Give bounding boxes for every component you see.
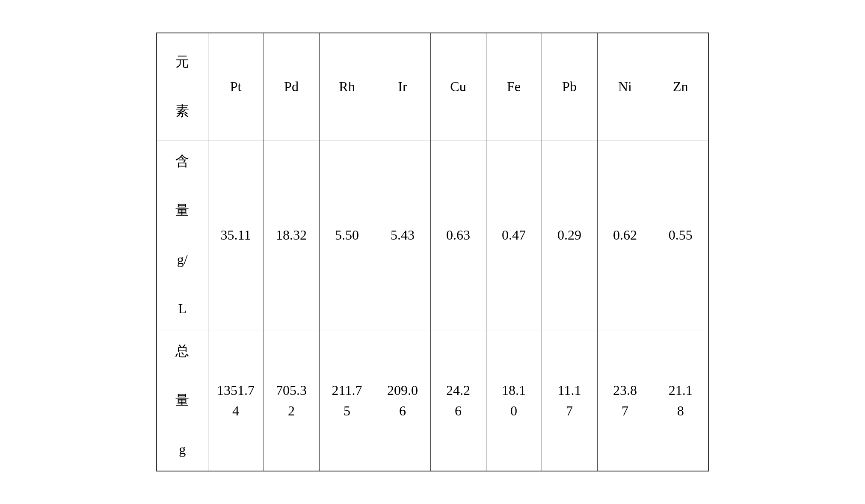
total-ni: 23.87 (597, 330, 653, 471)
header-cu: Cu (430, 33, 486, 140)
total-rh: 211.75 (319, 330, 375, 471)
content-cu: 0.63 (430, 140, 486, 330)
content-zn: 0.55 (653, 140, 708, 330)
content-fe: 0.47 (486, 140, 542, 330)
content-row: 含量g/L 35.11 18.32 5.50 5.43 0.63 0.47 0.… (157, 140, 708, 330)
total-row: 总量g 1351.74 705.32 211.75 209.06 24.26 1… (157, 330, 708, 471)
header-rh: Rh (319, 33, 375, 140)
total-pt: 1351.74 (208, 330, 264, 471)
header-pd: Pd (264, 33, 319, 140)
total-fe: 18.10 (486, 330, 542, 471)
data-table: 元素 Pt Pd Rh Ir Cu Fe Pb Ni Zn 含量g/L 35.1… (156, 33, 709, 471)
header-fe: Fe (486, 33, 542, 140)
content-ni: 0.62 (597, 140, 653, 330)
header-ni: Ni (597, 33, 653, 140)
total-zn: 21.18 (653, 330, 708, 471)
content-pb: 0.29 (542, 140, 597, 330)
header-pt: Pt (208, 33, 264, 140)
total-pb: 11.17 (542, 330, 597, 471)
content-pt: 35.11 (208, 140, 264, 330)
content-ir: 5.43 (375, 140, 430, 330)
header-row: 元素 Pt Pd Rh Ir Cu Fe Pb Ni Zn (157, 33, 708, 140)
content-label: 含量g/L (157, 140, 208, 330)
total-pd: 705.32 (264, 330, 319, 471)
header-ir: Ir (375, 33, 430, 140)
total-label: 总量g (157, 330, 208, 471)
header-zn: Zn (653, 33, 708, 140)
total-cu: 24.26 (430, 330, 486, 471)
header-pb: Pb (542, 33, 597, 140)
total-ir: 209.06 (375, 330, 430, 471)
header-row-label: 元素 (157, 33, 208, 140)
table-container: 元素 Pt Pd Rh Ir Cu Fe Pb Ni Zn 含量g/L 35.1… (139, 15, 726, 489)
content-rh: 5.50 (319, 140, 375, 330)
content-pd: 18.32 (264, 140, 319, 330)
